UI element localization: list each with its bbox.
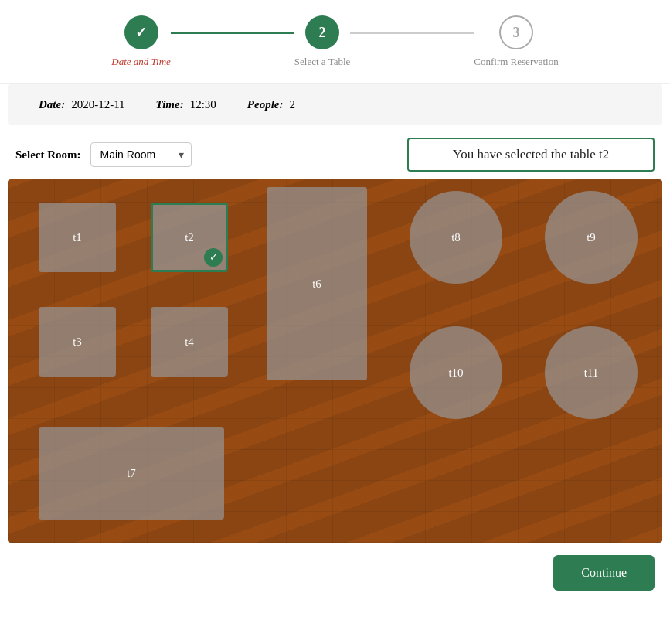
date-value: 2020-12-11	[71, 98, 124, 111]
room-select-dropdown[interactable]: Main Room Private Room Terrace	[90, 142, 192, 167]
table-label-t11: t11	[584, 366, 599, 380]
bottom-bar: Continue	[0, 543, 670, 603]
table-label-t9: t9	[587, 231, 596, 244]
table-label-t8: t8	[451, 231, 461, 244]
table-t1[interactable]: t1	[39, 203, 116, 272]
info-bar: Date: 2020-12-11 Time: 12:30 People: 2	[8, 84, 662, 125]
table-label-t10: t10	[448, 366, 463, 380]
step-line-2	[350, 32, 474, 34]
table-t7[interactable]: t7	[39, 427, 224, 520]
table-t4[interactable]: t4	[151, 307, 228, 377]
people-label: People:	[247, 98, 284, 111]
date-label: Date:	[39, 98, 65, 111]
step2-circle: 2	[305, 15, 339, 49]
time-value: 12:30	[190, 98, 216, 111]
table-t3[interactable]: t3	[39, 307, 116, 377]
table-label-t3: t3	[73, 336, 82, 349]
table-label-t2: t2	[185, 231, 194, 244]
table-label-t4: t4	[185, 336, 194, 349]
notification-text: You have selected the table t2	[453, 147, 610, 162]
step3-circle: 3	[499, 15, 533, 49]
room-dropdown-wrapper[interactable]: Main Room Private Room Terrace	[90, 142, 192, 167]
people-info: People: 2	[247, 98, 295, 111]
table-t8[interactable]: t8	[410, 191, 502, 284]
table-label-t7: t7	[127, 467, 136, 480]
table-t10[interactable]: t10	[410, 326, 502, 419]
room-select-row: Select Room: Main Room Private Room Terr…	[0, 125, 670, 179]
step1-circle: ✓	[124, 15, 158, 49]
room-map[interactable]: t1t2✓t3t4t5t6t7t8t9t10t11	[8, 179, 662, 543]
date-info: Date: 2020-12-11	[39, 98, 125, 111]
table-t9[interactable]: t9	[545, 191, 638, 284]
step-confirm: 3 Confirm Reservation	[474, 15, 558, 68]
step1-label: Date and Time	[111, 56, 171, 68]
table-t2[interactable]: t2✓	[151, 203, 228, 272]
stepper: ✓ Date and Time 2 Select a Table 3 Confi…	[0, 0, 670, 84]
selected-table-notification: You have selected the table t2	[407, 138, 655, 172]
people-value: 2	[290, 98, 296, 111]
step3-label: Confirm Reservation	[474, 56, 558, 68]
table-label-t1: t1	[73, 231, 82, 244]
time-info: Time: 12:30	[156, 98, 216, 111]
step-line-1	[171, 32, 294, 34]
table-t11[interactable]: t11	[545, 326, 638, 419]
table-label-t6: t6	[312, 278, 321, 291]
time-label: Time:	[156, 98, 184, 111]
table-t6[interactable]: t6	[267, 187, 367, 380]
step-date-time: ✓ Date and Time	[111, 15, 171, 68]
step2-label: Select a Table	[294, 56, 350, 68]
continue-button[interactable]: Continue	[553, 555, 655, 591]
room-select-label: Select Room:	[15, 148, 81, 162]
step-select-table: 2 Select a Table	[294, 15, 350, 68]
room-select-left: Select Room: Main Room Private Room Terr…	[15, 142, 192, 167]
check-badge-t2: ✓	[204, 248, 223, 267]
